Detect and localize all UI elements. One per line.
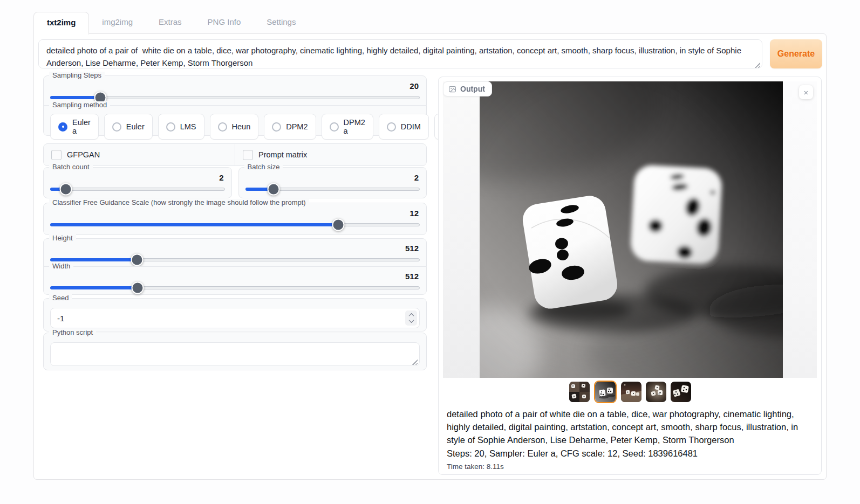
gallery-prev-peek bbox=[443, 81, 480, 378]
width-slider[interactable] bbox=[50, 282, 420, 293]
tab-bar: txt2img img2img Extras PNG Info Settings bbox=[33, 12, 827, 34]
cfg-scale-label: Classifier Free Guidance Scale (how stro… bbox=[49, 199, 309, 206]
sampler-options: Euler a Euler LMS Heun DPM2 DPM2 a DDIM … bbox=[50, 114, 420, 140]
cfg-scale-value: 12 bbox=[50, 209, 419, 217]
radio-icon bbox=[272, 122, 281, 132]
prompt-input[interactable]: detailed photo of a pair of white die on… bbox=[38, 39, 762, 68]
radio-icon bbox=[58, 122, 67, 132]
txt2img-app: txt2img img2img Extras PNG Info Settings… bbox=[0, 0, 860, 504]
radio-icon bbox=[387, 122, 396, 132]
gallery-thumbnail-3[interactable] bbox=[621, 382, 641, 402]
batch-count-value: 2 bbox=[50, 174, 224, 182]
python-script-input[interactable] bbox=[50, 342, 420, 366]
settings-column: Sampling Steps 20 Sampling method Euler … bbox=[43, 75, 427, 370]
generated-image[interactable] bbox=[480, 81, 783, 378]
sampler-option-heun[interactable]: Heun bbox=[210, 114, 259, 140]
height-value: 512 bbox=[50, 244, 419, 252]
slider-fill bbox=[50, 286, 138, 289]
radio-icon bbox=[218, 122, 227, 132]
sampling-steps-label: Sampling Steps bbox=[49, 72, 105, 79]
seed-label: Seed bbox=[49, 294, 72, 302]
gallery-thumbnail-5[interactable] bbox=[671, 382, 691, 402]
gallery-next-peek bbox=[783, 81, 817, 378]
tab-png-info[interactable]: PNG Info bbox=[195, 12, 254, 34]
generate-button[interactable]: Generate bbox=[770, 39, 822, 68]
output-gallery bbox=[443, 81, 817, 378]
gallery-thumbnail-4[interactable] bbox=[646, 382, 666, 402]
seed-input[interactable] bbox=[50, 308, 420, 328]
tab-txt2img[interactable]: txt2img bbox=[33, 12, 89, 34]
slider-thumb[interactable] bbox=[131, 282, 144, 294]
slider-thumb[interactable] bbox=[268, 183, 280, 196]
batch-count-label: Batch count bbox=[49, 163, 93, 171]
radio-icon bbox=[166, 122, 175, 132]
radio-icon bbox=[112, 122, 121, 132]
slider-thumb[interactable] bbox=[131, 254, 143, 266]
toggles-panel: GFPGAN Prompt matrix bbox=[43, 143, 427, 166]
sampler-option-ddim[interactable]: DDIM bbox=[379, 114, 429, 140]
batch-count-box: Batch count 2 bbox=[43, 167, 232, 198]
output-caption-params: Steps: 20, Sampler: Euler a, CFG scale: … bbox=[443, 446, 817, 460]
output-caption-prompt: detailed photo of a pair of white die on… bbox=[443, 406, 817, 446]
slider-thumb[interactable] bbox=[332, 219, 345, 231]
slider-fill bbox=[50, 223, 338, 226]
sampler-option-dpm2[interactable]: DPM2 bbox=[264, 114, 316, 140]
image-icon bbox=[448, 85, 456, 93]
output-time-taken: Time taken: 8.11s bbox=[443, 460, 817, 471]
slider-fill bbox=[50, 258, 137, 261]
gallery-thumbnail-1[interactable] bbox=[569, 382, 590, 402]
sampling-steps-value: 20 bbox=[50, 82, 419, 90]
seed-box: Seed bbox=[43, 298, 427, 332]
batch-size-value: 2 bbox=[245, 174, 419, 182]
cfg-scale-slider[interactable] bbox=[50, 219, 420, 230]
radio-icon bbox=[330, 122, 339, 132]
sampler-option-euler-a[interactable]: Euler a bbox=[50, 114, 99, 140]
tab-settings[interactable]: Settings bbox=[254, 12, 309, 34]
sampler-option-dpm2-a[interactable]: DPM2 a bbox=[322, 114, 373, 140]
spinner-down-icon[interactable] bbox=[408, 317, 414, 323]
sampling-method-label: Sampling method bbox=[49, 101, 110, 109]
sampler-option-lms[interactable]: LMS bbox=[158, 114, 204, 140]
width-label: Width bbox=[49, 263, 73, 270]
python-script-label: Python script bbox=[49, 329, 96, 336]
python-script-box: Python script bbox=[43, 333, 427, 370]
height-label: Height bbox=[49, 234, 76, 242]
tab-img2img[interactable]: img2img bbox=[89, 12, 146, 34]
gallery-thumbnail-2[interactable] bbox=[594, 381, 617, 403]
batch-size-slider[interactable] bbox=[245, 184, 420, 195]
sampling-method-box: Sampling method Euler a Euler LMS Heun D… bbox=[43, 105, 427, 136]
checkbox-icon bbox=[51, 150, 62, 160]
batch-size-box: Batch size 2 bbox=[238, 167, 427, 198]
height-slider[interactable] bbox=[50, 254, 420, 265]
output-tab-label: Output bbox=[460, 85, 485, 93]
width-value: 512 bbox=[50, 272, 419, 280]
output-panel: Output × bbox=[438, 77, 822, 475]
prompt-row: detailed photo of a pair of white die on… bbox=[38, 39, 822, 71]
sampler-option-euler[interactable]: Euler bbox=[104, 114, 153, 140]
tab-extras[interactable]: Extras bbox=[146, 12, 195, 34]
number-spinner[interactable] bbox=[405, 310, 417, 326]
batch-size-label: Batch size bbox=[244, 163, 283, 171]
slider-thumb[interactable] bbox=[60, 183, 72, 196]
checkbox-icon bbox=[243, 150, 253, 160]
close-icon[interactable]: × bbox=[799, 85, 813, 99]
width-box: Width 512 bbox=[43, 266, 427, 295]
gfpgan-checkbox[interactable]: GFPGAN bbox=[44, 144, 235, 165]
batch-count-slider[interactable] bbox=[50, 184, 225, 195]
gallery-thumbnails bbox=[443, 378, 817, 406]
height-box: Height 512 bbox=[43, 238, 427, 267]
slider-fill bbox=[50, 96, 100, 99]
cfg-scale-box: Classifier Free Guidance Scale (how stro… bbox=[43, 203, 427, 235]
tab-content: detailed photo of a pair of white die on… bbox=[33, 33, 827, 480]
slider-track[interactable] bbox=[50, 188, 225, 191]
output-tab[interactable]: Output bbox=[443, 81, 492, 96]
main-card: txt2img img2img Extras PNG Info Settings… bbox=[33, 12, 827, 480]
prompt-matrix-checkbox[interactable]: Prompt matrix bbox=[235, 144, 426, 165]
